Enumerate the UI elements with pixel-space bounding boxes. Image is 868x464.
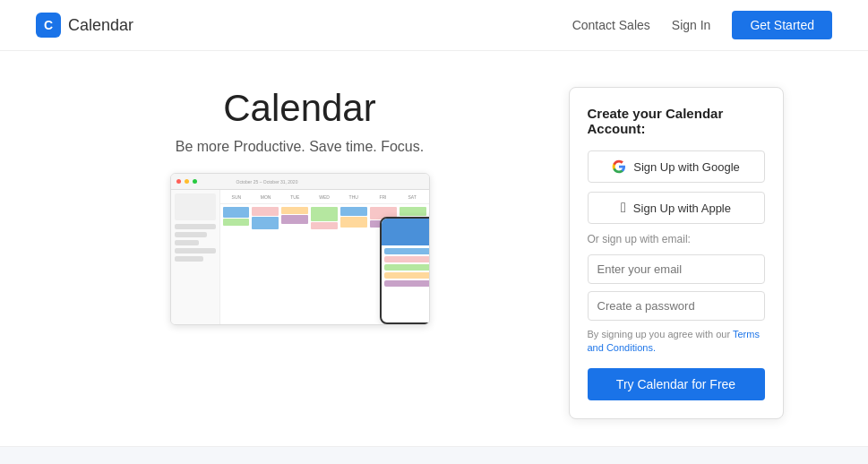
mobile-body — [382, 245, 430, 291]
col-wed — [310, 206, 339, 322]
google-icon — [612, 159, 626, 174]
mobile-event-4 — [384, 272, 430, 279]
event-1 — [223, 207, 250, 218]
event-6 — [281, 215, 308, 224]
mockup-topbar: October 25 – October 31, 2020 — [171, 174, 429, 190]
divider-text: Or sign up with email: — [588, 233, 765, 245]
apple-signup-label: Sign Up with Apple — [633, 202, 731, 215]
event-9 — [340, 207, 367, 216]
day-fri: FRI — [370, 194, 396, 200]
hero-section: Calendar Be more Productive. Save time. … — [0, 51, 868, 446]
signup-card-title: Create your Calendar Account: — [588, 106, 765, 136]
mobile-event-1 — [384, 248, 430, 254]
col-tue — [280, 206, 309, 322]
logo: C Calendar — [36, 13, 133, 38]
event-13 — [400, 207, 426, 216]
event-10 — [340, 217, 367, 228]
mobile-event-5 — [384, 280, 430, 287]
event-4 — [252, 217, 279, 229]
try-free-button[interactable]: Try Calendar for Free — [588, 368, 765, 400]
email-input[interactable] — [588, 254, 765, 284]
header-nav: Contact Sales Sign In Get Started — [572, 11, 832, 39]
col-sun — [222, 206, 251, 322]
sidebar-item-1 — [175, 224, 216, 229]
terms-text: By signing up you agree with our Terms a… — [588, 328, 765, 356]
hero-left: Calendar Be more Productive. Save time. … — [85, 87, 515, 325]
calendar-mockup: October 25 – October 31, 2020 SUN MON TU… — [170, 173, 430, 325]
dot-red — [176, 179, 181, 184]
sidebar-item-3 — [175, 240, 200, 245]
mobile-mockup — [380, 217, 430, 324]
mobile-header — [382, 219, 430, 245]
mobile-event-3 — [384, 264, 430, 271]
event-2 — [223, 219, 250, 226]
sidebar-item-5 — [175, 256, 203, 262]
dot-yellow — [185, 179, 189, 184]
day-mon: MON — [253, 194, 279, 200]
day-thu: THU — [340, 194, 366, 200]
logo-icon: C — [36, 13, 61, 38]
event-3 — [252, 207, 279, 216]
apple-signup-button[interactable]:  Sign Up with Apple — [588, 192, 765, 224]
apple-icon:  — [621, 201, 626, 215]
hero-subtitle: Be more Productive. Save time. Focus. — [85, 139, 515, 155]
col-thu — [339, 206, 368, 322]
day-sun: SUN — [224, 194, 250, 200]
google-signup-button[interactable]: Sign Up with Google — [588, 150, 765, 183]
mobile-event-2 — [384, 256, 430, 262]
contact-sales-link[interactable]: Contact Sales — [572, 18, 650, 32]
sign-in-link[interactable]: Sign In — [672, 18, 711, 32]
sidebar-mini-cal — [175, 193, 216, 220]
mockup-header-row: SUN MON TUE WED THU FRI SAT — [220, 190, 429, 204]
password-input[interactable] — [588, 291, 765, 321]
event-5 — [281, 207, 308, 214]
event-7 — [311, 207, 338, 221]
get-started-button[interactable]: Get Started — [732, 11, 832, 39]
event-8 — [311, 222, 338, 229]
signup-card: Create your Calendar Account: Sign Up wi… — [569, 87, 784, 419]
day-tue: TUE — [282, 194, 308, 200]
trusted-section: Trusted by over 80,000 Businesses salesf… — [0, 446, 868, 464]
header: C Calendar Contact Sales Sign In Get Sta… — [0, 0, 868, 51]
col-mon — [251, 206, 279, 322]
mockup-date-label: October 25 – October 31, 2020 — [236, 179, 298, 185]
hero-title: Calendar — [85, 87, 515, 130]
sidebar-item-4 — [175, 248, 216, 253]
sidebar-item-2 — [175, 232, 208, 237]
day-sat: SAT — [400, 194, 425, 200]
logo-text: Calendar — [68, 16, 133, 35]
google-signup-label: Sign Up with Google — [633, 160, 740, 174]
mockup-sidebar — [171, 190, 220, 324]
dot-green — [193, 179, 197, 184]
day-wed: WED — [312, 194, 338, 200]
